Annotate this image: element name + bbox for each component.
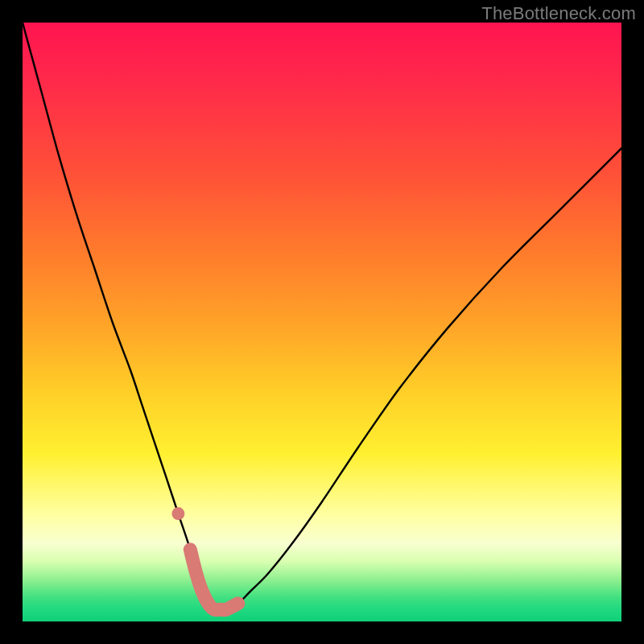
bottleneck-marker-dot bbox=[171, 507, 184, 520]
bottleneck-curve bbox=[23, 23, 621, 610]
chart-frame: TheBottleneck.com bbox=[0, 0, 644, 644]
plot-area bbox=[23, 23, 621, 621]
chart-svg bbox=[23, 23, 621, 621]
watermark-label: TheBottleneck.com bbox=[481, 3, 636, 24]
bottleneck-marker bbox=[190, 550, 237, 610]
